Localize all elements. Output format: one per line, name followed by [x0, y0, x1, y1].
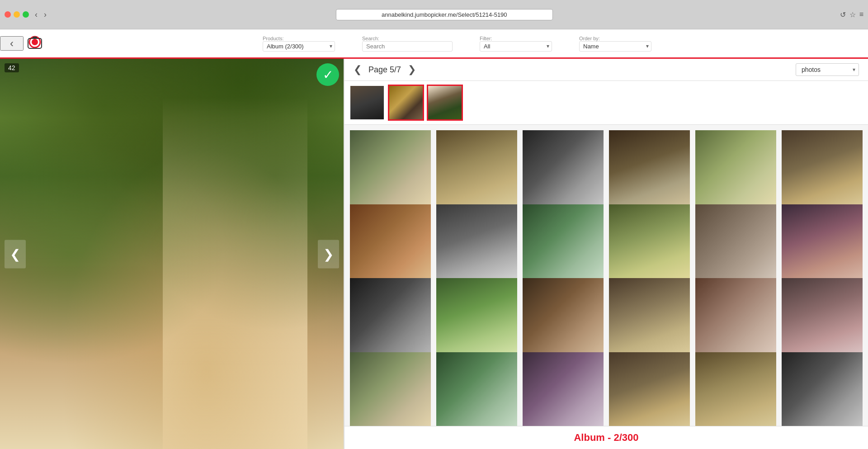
browser-forward-button[interactable]: › [42, 9, 49, 20]
prev-page-button[interactable]: ❮ [354, 64, 362, 76]
logo-icon [24, 32, 46, 55]
thumbnail-2[interactable] [388, 85, 424, 121]
thumbnail-image-3 [428, 86, 462, 119]
grid-photo-4[interactable] [608, 129, 691, 212]
grid-photo-20[interactable] [435, 351, 518, 426]
grid-photo-2[interactable] [435, 129, 518, 212]
order-select[interactable]: Name [579, 41, 651, 52]
photo-check-button[interactable]: ✓ [316, 63, 339, 86]
photo-viewer: 42 ✓ ❮ ❯ [0, 59, 344, 449]
header-center: Products: Album (2/300) Search: Filter: … [46, 36, 868, 52]
grid-photo-17[interactable] [694, 277, 777, 360]
photo-grid-panel: ❮ Page 5/7 ❯ photos [344, 59, 868, 449]
photo-overlay [0, 59, 344, 449]
filter-select[interactable]: All [480, 41, 552, 52]
browser-back-button[interactable]: ‹ [33, 9, 40, 20]
grid-photo-3[interactable] [522, 129, 604, 212]
grid-photo-14[interactable] [435, 277, 518, 360]
maximize-window-button[interactable] [23, 11, 29, 18]
grid-photo-11[interactable] [694, 203, 777, 286]
products-select[interactable]: Album (2/300) [263, 41, 335, 52]
next-photo-button[interactable]: ❯ [318, 240, 339, 268]
reload-button[interactable]: ↺ [840, 10, 846, 19]
thumbnail-strip [344, 81, 868, 125]
grid-photo-12[interactable] [781, 203, 863, 286]
order-select-wrapper: Name [579, 41, 651, 52]
photo-number: 42 [5, 63, 19, 72]
grid-photo-22[interactable] [608, 351, 691, 426]
close-window-button[interactable] [5, 11, 11, 18]
grid-photo-24[interactable] [781, 351, 863, 426]
order-label: Order by: [579, 36, 600, 41]
grid-photo-5[interactable] [694, 129, 777, 212]
main-content: 42 ✓ ❮ ❯ ❮ Page 5/7 ❯ photos [0, 59, 868, 449]
window-controls [5, 11, 29, 18]
grid-photo-6[interactable] [781, 129, 863, 212]
grid-photo-19[interactable] [349, 351, 432, 426]
search-label: Search: [362, 36, 379, 41]
grid-photo-21[interactable] [522, 351, 604, 426]
grid-photo-13[interactable] [349, 277, 432, 360]
grid-photo-8[interactable] [435, 203, 518, 286]
grid-photo-1[interactable] [349, 129, 432, 212]
svg-rect-4 [33, 37, 37, 39]
next-page-button[interactable]: ❯ [408, 64, 416, 76]
album-label: Album - 2/300 [344, 426, 868, 449]
grid-photo-7[interactable] [349, 203, 432, 286]
browser-chrome: ‹ › annabelkind.jumbopicker.me/Select/51… [0, 0, 868, 29]
search-input[interactable] [362, 41, 453, 52]
grid-photo-16[interactable] [608, 277, 691, 360]
logo [24, 32, 46, 55]
photo-grid [344, 125, 868, 426]
thumbnail-image-2 [389, 86, 423, 119]
bookmark-button[interactable]: ☆ [849, 10, 856, 19]
order-section: Order by: Name [579, 36, 651, 52]
thumbnail-3[interactable] [427, 85, 463, 121]
browser-icons: ↺ ☆ ≡ [840, 10, 863, 19]
view-mode-wrapper: photos [796, 63, 859, 76]
address-bar-area: annabelkind.jumbopicker.me/Select/51214-… [52, 9, 836, 20]
app-header: ‹ Products: Album (2/300) Search: Filter… [0, 29, 868, 59]
filter-section: Filter: All [480, 36, 552, 52]
main-photo [0, 59, 344, 449]
browser-navigation: ‹ › [33, 9, 49, 20]
page-info: Page 5/7 [368, 65, 401, 75]
back-button[interactable]: ‹ [0, 36, 24, 51]
thumbnail-1[interactable] [349, 85, 385, 121]
minimize-window-button[interactable] [14, 11, 20, 18]
filter-label: Filter: [480, 36, 492, 41]
prev-photo-button[interactable]: ❮ [5, 240, 26, 268]
grid-photo-18[interactable] [781, 277, 863, 360]
menu-button[interactable]: ≡ [859, 10, 863, 19]
grid-photo-15[interactable] [522, 277, 604, 360]
products-section: Products: Album (2/300) [263, 36, 335, 52]
products-select-wrapper: Album (2/300) [263, 41, 335, 52]
page-navigation: ❮ Page 5/7 ❯ [354, 64, 416, 76]
grid-header: ❮ Page 5/7 ❯ photos [344, 59, 868, 81]
thumbnail-image-1 [350, 86, 384, 119]
view-mode-select[interactable]: photos [796, 63, 859, 76]
check-icon: ✓ [323, 67, 333, 82]
svg-point-2 [32, 39, 38, 45]
grid-photo-23[interactable] [694, 351, 777, 426]
grid-photo-9[interactable] [522, 203, 604, 286]
grid-photo-10[interactable] [608, 203, 691, 286]
filter-select-wrapper: All [480, 41, 552, 52]
address-bar[interactable]: annabelkind.jumbopicker.me/Select/51214-… [336, 9, 553, 20]
products-label: Products: [263, 36, 283, 41]
search-section: Search: [362, 36, 453, 52]
